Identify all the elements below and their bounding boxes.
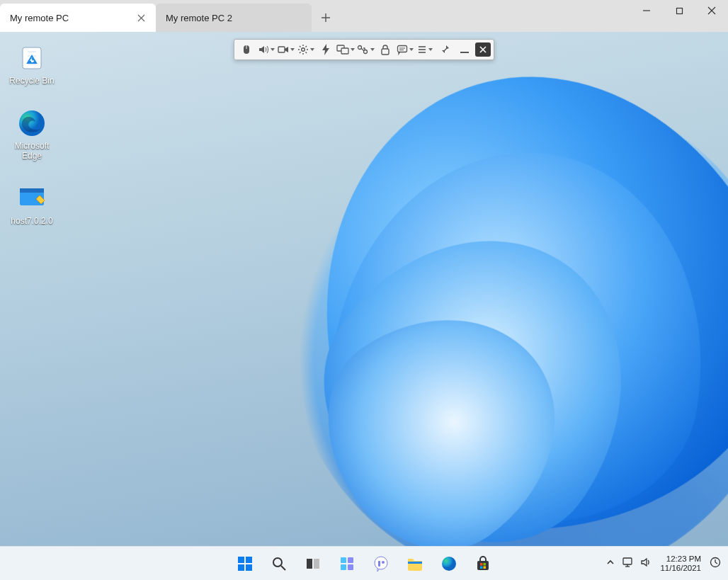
svg-rect-37 [341,557,346,563]
close-button[interactable] [695,0,728,21]
svg-point-41 [375,557,387,569]
taskbar: 12:23 PM 11/16/2021 [0,546,728,580]
store-icon[interactable] [469,550,497,578]
monitor-switch-icon[interactable] [336,41,355,58]
sound-icon[interactable] [257,41,275,58]
svg-rect-22 [398,46,407,52]
chat-icon[interactable] [367,550,395,578]
svg-rect-47 [480,563,483,566]
minimize-icon[interactable] [455,41,474,58]
svg-rect-51 [623,558,632,564]
lock-icon[interactable] [376,41,394,58]
svg-rect-36 [314,559,319,569]
taskbar-right: 12:23 PM 11/16/2021 [606,555,721,573]
svg-point-33 [273,558,282,567]
svg-rect-39 [341,564,346,570]
chat-icon[interactable] [396,41,414,58]
power-icon[interactable] [317,41,335,58]
clock-date: 11/16/2021 [660,564,701,573]
clock-time: 12:23 PM [666,555,701,564]
svg-rect-29 [238,557,244,563]
recycle-bin-icon [17,43,47,73]
maximize-button[interactable] [663,0,695,21]
svg-rect-49 [480,566,483,569]
network-icon[interactable] [622,557,633,569]
svg-point-19 [358,46,362,50]
notifications-icon[interactable] [710,557,721,570]
file-explorer-icon[interactable] [401,550,429,578]
taskbar-center [231,550,497,578]
installer-icon [17,183,47,213]
remote-control-toolbar [234,39,494,60]
svg-rect-0 [676,8,682,13]
svg-rect-42 [378,561,380,567]
menu-icon[interactable] [416,41,434,58]
svg-rect-46 [477,561,489,570]
settings-icon[interactable] [297,41,315,58]
tab-my-remote-pc-2[interactable]: My remote PC 2 ✕ [156,4,312,32]
taskview-icon[interactable] [299,550,327,578]
svg-rect-30 [246,557,252,563]
svg-point-20 [364,50,368,54]
desktop-icon-host[interactable]: host7.0.2.0 [4,183,59,226]
taskbar-clock[interactable]: 12:23 PM 11/16/2021 [660,555,701,573]
svg-rect-7 [278,47,285,52]
search-icon[interactable] [265,550,293,578]
edge-icon[interactable] [435,550,463,578]
svg-rect-32 [246,564,252,571]
video-icon[interactable] [277,41,295,58]
desktop-icon-recycle-bin[interactable]: Recycle Bin [4,43,59,86]
system-tray[interactable] [606,557,652,569]
close-icon[interactable] [136,13,146,23]
pin-icon[interactable] [436,41,454,58]
wallpaper-bloom [0,32,728,580]
remote-desktop[interactable]: Recycle Bin Microsoft Edge host7.0.2.0 [0,32,728,580]
chevron-up-icon[interactable] [606,558,615,569]
desktop-icon-edge[interactable]: Microsoft Edge [4,108,59,161]
desktop-icon-label: Recycle Bin [9,76,54,86]
mouse-icon[interactable] [237,41,256,58]
tab-label: My remote PC 2 [166,13,232,23]
svg-rect-40 [348,564,353,570]
tab-my-remote-pc[interactable]: My remote PC [0,4,156,32]
svg-line-15 [300,52,301,54]
svg-rect-4 [20,188,44,193]
svg-rect-38 [348,557,353,563]
desktop-icon-label: Microsoft Edge [4,141,59,161]
svg-point-8 [302,48,305,52]
svg-line-34 [281,566,285,570]
window-controls [630,0,728,32]
svg-rect-18 [341,48,348,54]
svg-line-14 [306,52,307,54]
svg-line-16 [306,46,307,47]
svg-rect-35 [307,559,312,569]
svg-rect-50 [484,566,487,569]
new-tab-button[interactable] [312,4,340,32]
desktop-icon-label: host7.0.2.0 [11,216,52,226]
start-icon[interactable] [231,550,259,578]
svg-point-45 [442,557,456,571]
widgets-icon[interactable] [333,550,361,578]
clipboard-transfer-icon[interactable] [356,41,375,58]
svg-rect-31 [238,564,244,571]
close-icon[interactable] [475,42,491,57]
minimize-button[interactable] [630,0,663,21]
volume-icon[interactable] [640,557,652,569]
svg-rect-44 [408,562,422,564]
svg-rect-21 [382,49,389,55]
svg-rect-48 [484,563,487,566]
svg-point-43 [382,561,385,564]
tabstrip: My remote PC My remote PC 2 ✕ [0,0,728,32]
svg-line-13 [300,46,301,47]
edge-icon [17,108,47,138]
tab-label: My remote PC [10,13,69,23]
